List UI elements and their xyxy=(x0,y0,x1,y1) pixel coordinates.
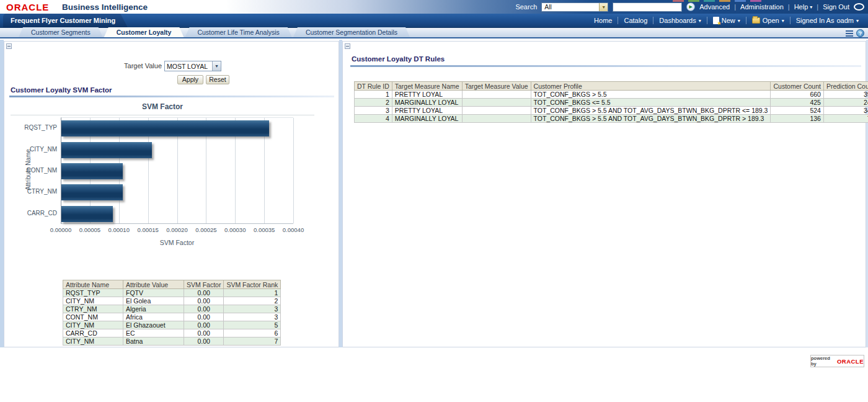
page-toolbar: ? xyxy=(846,29,864,37)
collapse-icon[interactable] xyxy=(345,43,350,49)
y-category-label: CITY_NM xyxy=(9,146,57,153)
dashboard-navbar: Frequent Flyer Customer Mining Home Cata… xyxy=(0,14,868,28)
chevron-down-icon: ▾ xyxy=(856,18,859,24)
table-cell: CONT_NM xyxy=(63,313,123,321)
target-value-label: Target Value xyxy=(97,62,162,69)
search-label: Search xyxy=(515,3,537,11)
table-cell: 0.00 xyxy=(184,297,224,305)
table-cell: Africa xyxy=(123,313,184,321)
search-scope-select[interactable]: All ▼ xyxy=(541,2,608,12)
sign-out-link[interactable]: Sign Out xyxy=(823,3,849,11)
global-search-bar: Search All ▼ ▶ Advanced | Administration… xyxy=(515,0,864,14)
table-cell: CARR_CD xyxy=(63,329,123,337)
table-cell: CITY_NM xyxy=(63,321,123,329)
target-value-select[interactable]: MOST LOYAL ▼ xyxy=(164,61,221,71)
data-table: Attribute NameAttribute ValueSVM FactorS… xyxy=(63,280,281,346)
table-cell: 660 xyxy=(771,91,823,99)
new-document-icon: ★ xyxy=(713,17,719,24)
dashboards-menu[interactable]: Dashboards ▾ xyxy=(653,17,706,24)
home-link[interactable]: Home xyxy=(588,17,618,24)
section-title-svm: Customer Loyalty SVM Factor xyxy=(11,86,112,94)
table-row: CARR_CDEC0.006 xyxy=(63,329,281,337)
table-row: CITY_NMBatna0.007 xyxy=(63,337,281,346)
svm-factor-table: Attribute NameAttribute ValueSVM FactorS… xyxy=(63,280,281,346)
chart-plot-area xyxy=(61,117,293,224)
table-cell: 0.00 xyxy=(184,305,224,313)
chevron-down-icon[interactable]: ▼ xyxy=(212,61,221,71)
page-tab-bar: Customer SegmentsCustomer LoyaltyCustome… xyxy=(0,28,868,38)
table-cell: 0.00 xyxy=(184,337,224,346)
chart-bar xyxy=(61,142,152,158)
page-options-icon[interactable] xyxy=(846,30,853,37)
dashboard-tab[interactable]: Frequent Flyer Customer Mining xyxy=(3,14,128,28)
table-cell: EC xyxy=(123,329,184,337)
table-cell: PRETTY LOYAL xyxy=(392,107,462,115)
advanced-link[interactable]: Advanced xyxy=(699,3,730,11)
table-row: RQST_TYPFQTV0.001 xyxy=(63,289,281,297)
new-menu[interactable]: ★New ▾ xyxy=(707,17,746,24)
tab-customer-segmentation-details[interactable]: Customer Segmentation Details xyxy=(293,27,410,37)
tab-customer-loyalty[interactable]: Customer Loyalty xyxy=(104,27,184,37)
navbar-links: Home Catalog Dashboards ▾ ★New ▾ Open ▾ … xyxy=(588,14,864,27)
tab-customer-life-time-analysis[interactable]: Customer Life Time Analysis xyxy=(185,27,291,37)
x-tick-label: 0.00005 xyxy=(74,226,105,233)
tab-customer-segments[interactable]: Customer Segments xyxy=(19,27,103,37)
table-cell: Batna xyxy=(123,337,184,346)
x-tick-label: 0.00015 xyxy=(133,226,164,233)
table-row: 2MARGINALLY LOYALTOT_CONF_BKGS <= 5.5425… xyxy=(355,99,868,107)
administration-link[interactable]: Administration xyxy=(740,3,784,11)
search-input[interactable] xyxy=(613,2,682,12)
collapse-icon[interactable] xyxy=(6,43,12,49)
column-header: Target Measure Name xyxy=(392,82,462,91)
chart-bar xyxy=(61,120,269,136)
apply-button[interactable]: Apply xyxy=(177,75,203,84)
feedback-bubble-icon[interactable] xyxy=(854,3,864,11)
catalog-link[interactable]: Catalog xyxy=(618,17,653,24)
table-cell: 1 xyxy=(355,91,392,99)
table-header-row: DT Rule IDTarget Measure NameTarget Meas… xyxy=(355,82,868,91)
column-header: Target Measure Value xyxy=(462,82,531,91)
table-cell: RQST_TYP xyxy=(63,289,123,297)
powered-by-badge: powered by ORACLE xyxy=(810,355,864,367)
table-row: CONT_NMAfrica0.003 xyxy=(63,313,281,321)
page-tabs: Customer SegmentsCustomer LoyaltyCustome… xyxy=(19,27,410,37)
target-value-current: MOST LOYAL xyxy=(165,63,212,70)
table-cell xyxy=(462,91,531,99)
y-category-label: CTRY_NM xyxy=(9,188,57,195)
table-cell: CITY_NM xyxy=(63,297,123,305)
table-cell: 2 xyxy=(355,99,392,107)
column-header: Prediction Count xyxy=(823,82,868,91)
table-cell: 0.00 xyxy=(184,289,224,297)
section-underline xyxy=(9,96,334,97)
open-menu[interactable]: Open ▾ xyxy=(746,17,790,24)
star-icon: ★ xyxy=(717,21,722,26)
help-icon[interactable]: ? xyxy=(856,29,864,37)
table-cell: 393 xyxy=(823,91,868,99)
table-cell: CITY_NM xyxy=(63,337,123,346)
separator: | xyxy=(817,3,818,11)
chart-title: SVM Factor xyxy=(11,102,314,111)
table-cell: 3 xyxy=(224,313,281,321)
column-header: DT Rule ID xyxy=(355,82,392,91)
search-go-icon[interactable]: ▶ xyxy=(686,2,695,11)
x-tick-label: 0.00040 xyxy=(278,226,309,233)
table-row: 1PRETTY LOYALTOT_CONF_BKGS > 5.5660393 xyxy=(355,91,868,99)
table-cell: TOT_CONF_BKGS > 5.5 AND TOT_AVG_DAYS_BTW… xyxy=(531,107,771,115)
data-table: DT Rule IDTarget Measure NameTarget Meas… xyxy=(354,81,868,123)
powered-by-text: powered by xyxy=(811,355,835,367)
table-row: 4MARGINALLY LOYALTOT_CONF_BKGS > 5.5 AND… xyxy=(355,115,868,123)
chart-bar xyxy=(61,206,113,222)
chevron-down-icon: ▾ xyxy=(810,4,812,10)
section-title-dt-rules: Customer Loyalty DT Rules xyxy=(352,55,445,63)
reset-button[interactable]: Reset xyxy=(206,75,229,84)
help-menu[interactable]: Help ▾ xyxy=(794,3,813,11)
y-category-label: CARR_CD xyxy=(9,210,57,217)
table-cell: 4 xyxy=(355,115,392,123)
table-cell: TOT_CONF_BKGS <= 5.5 xyxy=(531,99,771,107)
dt-rules-table: DT Rule IDTarget Measure NameTarget Meas… xyxy=(354,81,868,123)
chevron-down-icon[interactable]: ▼ xyxy=(599,3,608,11)
table-cell: 524 xyxy=(771,107,823,115)
table-header-row: Attribute NameAttribute ValueSVM FactorS… xyxy=(63,280,281,289)
signed-in-menu[interactable]: Signed In As oadm ▾ xyxy=(790,17,864,24)
table-cell: 3 xyxy=(355,107,392,115)
